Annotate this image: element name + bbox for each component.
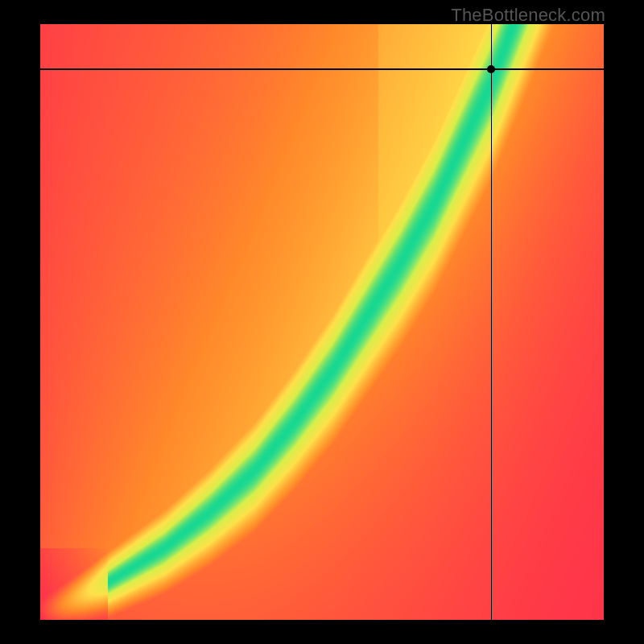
selection-marker: [487, 65, 495, 73]
crosshair-horizontal: [40, 68, 604, 70]
heatmap-canvas: [40, 24, 604, 620]
bottleneck-heatmap-chart: TheBottleneck.com: [0, 0, 644, 644]
attribution-label: TheBottleneck.com: [451, 5, 605, 26]
crosshair-vertical: [491, 24, 493, 620]
plot-area: [40, 24, 604, 620]
